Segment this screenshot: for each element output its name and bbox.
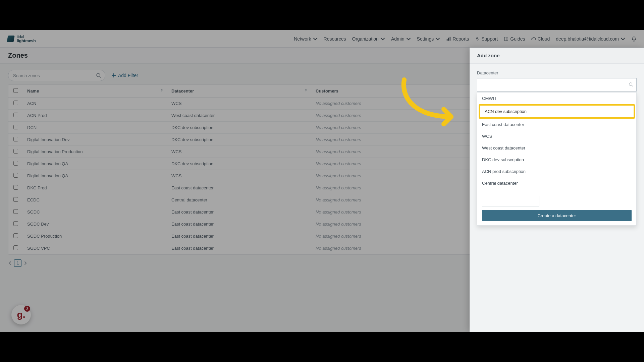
search-icon <box>629 82 633 87</box>
nav-support-label: Support <box>481 36 498 42</box>
row-name: SGDC VPC <box>23 242 167 254</box>
nav-reports[interactable]: Reports <box>446 36 469 42</box>
chevron-down-icon <box>435 37 440 41</box>
row-name: Digital Innovation Production <box>23 146 167 158</box>
row-checkbox[interactable] <box>13 137 18 141</box>
nav-organization-label: Organization <box>352 36 379 42</box>
nav-guides[interactable]: Guides <box>504 36 525 42</box>
page-number[interactable]: 1 <box>14 259 21 267</box>
col-name-header[interactable]: Name <box>27 88 39 94</box>
nav-support[interactable]: Support <box>475 36 498 42</box>
row-datacenter: East coast datacenter <box>167 206 312 218</box>
nav-admin-label: Admin <box>391 36 405 42</box>
row-name: ECDC <box>23 194 167 206</box>
chevron-down-icon <box>621 37 625 41</box>
bell-icon[interactable] <box>631 36 637 42</box>
chevron-right-icon[interactable] <box>23 261 28 265</box>
row-name: SGDC <box>23 206 167 218</box>
page-title: Zones <box>8 52 28 59</box>
nav-cloud-label: Cloud <box>538 36 550 42</box>
bar-chart-icon <box>446 37 451 41</box>
nav-network[interactable]: Network <box>294 36 317 42</box>
row-datacenter: WCS <box>167 170 312 182</box>
book-icon <box>504 37 508 41</box>
row-datacenter: Central datacenter <box>167 194 312 206</box>
row-checkbox[interactable] <box>13 221 18 226</box>
row-datacenter: WCS <box>167 98 312 110</box>
row-checkbox[interactable] <box>13 173 18 178</box>
row-datacenter: DKC dev subscription <box>167 122 312 134</box>
top-nav: tidal lightmesh Network Resources Organi… <box>0 30 644 48</box>
row-checkbox[interactable] <box>13 245 18 250</box>
chevron-left-icon[interactable] <box>8 261 12 265</box>
chevron-down-icon <box>313 37 318 41</box>
row-checkbox[interactable] <box>13 161 18 166</box>
row-checkbox[interactable] <box>13 101 18 105</box>
nav-resources-label: Resources <box>324 36 346 42</box>
row-checkbox[interactable] <box>13 113 18 117</box>
create-datacenter-button[interactable]: Create a datacenter <box>482 210 632 221</box>
row-name: DKC Prod <box>23 182 167 194</box>
add-filter-label: Add Filter <box>118 73 138 78</box>
row-datacenter: East coast datacenter <box>167 230 312 242</box>
link-icon <box>475 37 480 41</box>
search-input[interactable] <box>8 70 105 81</box>
row-checkbox[interactable] <box>13 149 18 154</box>
nav-resources[interactable]: Resources <box>324 36 346 42</box>
datacenter-option[interactable]: West coast datacenter <box>477 142 636 154</box>
datacenter-select-input[interactable] <box>477 78 637 92</box>
datacenter-option[interactable]: East coast datacenter <box>477 119 636 130</box>
search-icon <box>96 73 101 78</box>
chevron-down-icon <box>380 37 385 41</box>
new-datacenter-input[interactable] <box>482 196 539 206</box>
row-checkbox[interactable] <box>13 209 18 214</box>
nav-cloud[interactable]: Cloud <box>531 36 550 42</box>
nav-user-menu[interactable]: deep.bhalotia@tidalcloud.com <box>556 36 625 42</box>
help-widget-glyph: g. <box>17 309 25 320</box>
datacenter-option[interactable]: ACN dev subscription <box>479 104 635 119</box>
datacenter-option[interactable]: WCS <box>477 130 636 142</box>
help-widget-count: 3 <box>24 306 30 312</box>
row-name: ACN <box>23 98 167 110</box>
row-name: Digital Innovation QA <box>23 170 167 182</box>
sort-icon[interactable] <box>304 88 308 92</box>
svg-rect-0 <box>447 39 448 41</box>
nav-settings[interactable]: Settings <box>417 36 440 42</box>
row-checkbox[interactable] <box>13 185 18 190</box>
svg-rect-2 <box>450 37 451 40</box>
row-name: SGDC Production <box>23 230 167 242</box>
add-filter-button[interactable]: Add Filter <box>111 73 138 78</box>
datacenter-option[interactable]: DKC dev subscription <box>477 154 636 166</box>
sort-icon[interactable] <box>160 88 163 92</box>
datacenter-dropdown: CMWITACN dev subscriptionEast coast data… <box>477 92 637 226</box>
row-datacenter: DKC dev subscription <box>167 134 312 146</box>
nav-guides-label: Guides <box>510 36 525 42</box>
row-checkbox[interactable] <box>13 125 18 129</box>
datacenter-option[interactable]: CMWIT <box>477 93 636 104</box>
nav-admin[interactable]: Admin <box>391 36 411 42</box>
svg-line-6 <box>100 76 101 78</box>
svg-point-5 <box>97 73 100 77</box>
row-checkbox[interactable] <box>13 197 18 202</box>
brand-text: tidal lightmesh <box>17 35 36 43</box>
help-widget-badge[interactable]: g. 3 <box>11 305 31 324</box>
col-datacenter-header[interactable]: Datacenter <box>171 88 194 94</box>
nav-user-email: deep.bhalotia@tidalcloud.com <box>556 36 619 42</box>
svg-line-10 <box>632 85 633 87</box>
datacenter-option[interactable]: Central datacenter <box>477 177 636 189</box>
brand-logo-icon <box>7 36 15 42</box>
side-panel-header: Add zone <box>470 48 644 64</box>
side-panel-title: Add zone <box>477 53 500 58</box>
datacenter-option[interactable]: ACN prod subscription <box>477 166 636 177</box>
brand-line1: tidal <box>17 35 36 39</box>
search-wrap <box>8 70 105 81</box>
row-datacenter: West coast datacenter <box>167 110 312 122</box>
row-checkbox[interactable] <box>13 233 18 238</box>
select-all-checkbox[interactable] <box>13 88 18 93</box>
nav-settings-label: Settings <box>417 36 434 42</box>
row-datacenter: East coast datacenter <box>167 218 312 230</box>
row-datacenter: East coast datacenter <box>167 242 312 254</box>
nav-organization[interactable]: Organization <box>352 36 385 42</box>
col-customers-header[interactable]: Customers <box>316 88 338 94</box>
nav-network-label: Network <box>294 36 311 42</box>
